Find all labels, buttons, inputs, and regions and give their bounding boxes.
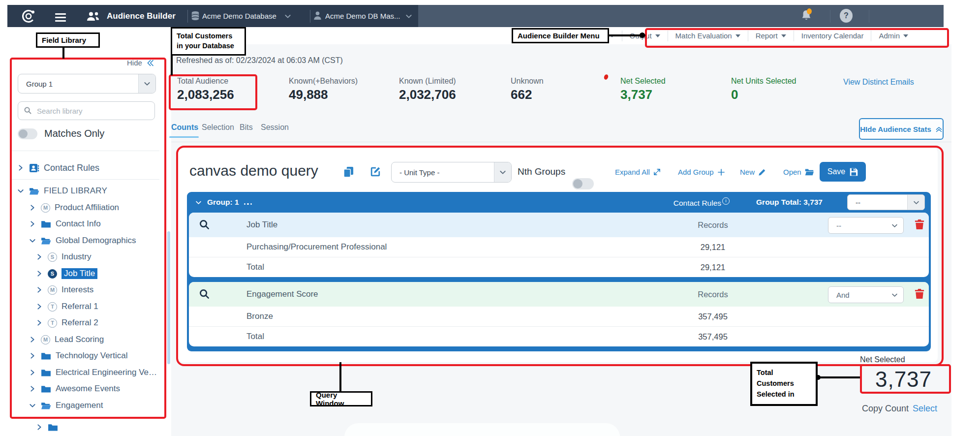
search-input[interactable]	[18, 101, 155, 120]
chevron-right-icon[interactable]	[17, 164, 25, 172]
chevron-right-icon[interactable]	[29, 220, 36, 228]
expand-all-button[interactable]: Expand All	[615, 168, 661, 176]
tab-session[interactable]: Session	[261, 123, 289, 132]
notifications-bell-icon[interactable]	[801, 9, 812, 21]
s-circle-icon: S	[48, 252, 57, 262]
new-button[interactable]: New	[740, 168, 766, 176]
select-link[interactable]: Select	[913, 404, 937, 414]
group-operator-select[interactable]: --	[847, 194, 925, 210]
folder-icon	[41, 369, 51, 377]
chevron-right-icon[interactable]	[29, 369, 36, 376]
chevron-right-icon[interactable]	[35, 286, 43, 294]
chevron-right-icon[interactable]	[29, 352, 36, 360]
chevron-right-icon[interactable]	[35, 303, 43, 311]
sidebar-item-technology-vertical[interactable]: Technology Vertical	[29, 349, 127, 363]
open-button[interactable]: Open	[783, 168, 814, 176]
field-value-row[interactable]: Bronze 357,495	[189, 307, 929, 326]
user-selector[interactable]: Acme Demo DB Mas...	[325, 12, 400, 20]
field-search-icon[interactable]	[199, 219, 210, 230]
top-navbar: Audience Builder Acme Demo Database Acme…	[7, 5, 944, 27]
chevron-right-icon[interactable]	[29, 385, 36, 393]
active-tab-underline	[169, 136, 199, 138]
hide-audience-stats-button[interactable]: HIde Audience Stats	[859, 118, 944, 140]
sidebar-group-select[interactable]: Group 1	[18, 74, 156, 93]
copy-icon[interactable]	[343, 166, 354, 178]
chevron-down-icon[interactable]	[405, 12, 413, 20]
tab-selection[interactable]: Selection	[202, 123, 234, 132]
group-options-icon[interactable]	[244, 198, 254, 207]
contact-rules-link[interactable]: Contact Rulesi	[674, 197, 730, 208]
annotation-query-window-label: Query Window	[310, 391, 372, 406]
field-operator-select[interactable]: --	[828, 217, 904, 234]
tab-bits[interactable]: Bits	[240, 123, 253, 132]
sidebar-item-contact-rules[interactable]: Contact Rules	[17, 161, 99, 175]
records-column-label: Records	[674, 220, 752, 230]
sidebar-item-job-title[interactable]: S Job Title	[35, 267, 97, 280]
sidebar-item-product-affiliation[interactable]: M Product Affiliation	[29, 201, 119, 215]
menu-report[interactable]: Report	[748, 31, 794, 41]
chevron-right-icon[interactable]	[29, 204, 36, 212]
sidebar-item-awesome-events[interactable]: Awesome Events	[29, 382, 120, 396]
chevron-right-icon[interactable]	[35, 270, 43, 278]
sidebar-item-engagement[interactable]: Engagement	[29, 399, 103, 412]
chevron-down-icon[interactable]	[29, 402, 36, 409]
sidebar-item-lead-scoring[interactable]: M Lead Scoring	[29, 333, 104, 346]
sidebar-item-referral-2[interactable]: T Referral 2	[35, 316, 98, 330]
add-group-button[interactable]: Add Group	[678, 168, 725, 176]
tabs-divider	[171, 142, 951, 142]
chevron-down-icon[interactable]	[284, 12, 292, 20]
sidebar-item-electrical-engineering[interactable]: Electrical Engineering Ve…	[29, 366, 157, 379]
edit-icon[interactable]	[370, 166, 381, 177]
view-distinct-emails-link[interactable]: View Distinct Emails	[843, 78, 914, 87]
save-button[interactable]: Save	[820, 162, 866, 182]
help-icon[interactable]: ?	[840, 9, 853, 23]
sidebar-scrollbar[interactable]	[167, 231, 170, 364]
tab-counts[interactable]: Counts	[171, 123, 198, 132]
sidebar-item-interests[interactable]: M Interests	[35, 283, 93, 297]
app-logo-icon[interactable]	[21, 8, 36, 24]
hide-sidebar-button[interactable]: Hide	[127, 59, 154, 67]
chevron-down-icon[interactable]	[17, 187, 25, 195]
t-circle-icon: T	[48, 302, 57, 311]
folder-open-icon	[41, 402, 51, 410]
database-selector[interactable]: Acme Demo Database	[202, 12, 276, 20]
nav-divider	[830, 10, 830, 23]
menu-match-evaluation[interactable]: Match Evaluation	[668, 31, 748, 41]
nth-groups-toggle[interactable]	[572, 178, 594, 189]
chevron-right-icon[interactable]	[29, 336, 36, 343]
chevron-right-icon[interactable]	[35, 253, 43, 261]
trash-icon[interactable]	[915, 288, 924, 299]
menu-admin[interactable]: Admin	[871, 31, 951, 41]
caret-down-icon	[655, 34, 660, 37]
sidebar-divider	[12, 179, 159, 180]
chevron-down-icon	[891, 291, 903, 299]
field-operator-select[interactable]: And	[828, 286, 904, 303]
menu-inventory-calendar[interactable]: Inventory Calendar	[794, 31, 871, 41]
chevron-right-icon[interactable]	[35, 319, 43, 327]
chevron-down-icon[interactable]	[29, 237, 36, 245]
annotation-connector-arrow	[640, 32, 645, 38]
s-circle-icon: S	[48, 269, 57, 279]
sidebar-item-contact-info[interactable]: Contact Info	[29, 217, 101, 231]
info-icon[interactable]: i	[722, 197, 730, 205]
sidebar-item-field-library[interactable]: FIELD LIBRARY	[17, 184, 107, 198]
sidebar-item-global-demographics[interactable]: Global Demographics	[29, 234, 136, 248]
trash-icon[interactable]	[915, 219, 924, 230]
annotation-total-customers-db-label: Total Customers in your Database	[171, 27, 246, 56]
sidebar-item-industry[interactable]: S Industry	[35, 250, 91, 264]
records-column-label: Records	[674, 290, 752, 299]
matches-only-label: Matches Only	[44, 128, 104, 139]
search-icon	[24, 106, 32, 115]
net-selected-value: 3,737	[860, 367, 947, 392]
matches-only-toggle[interactable]	[18, 128, 37, 139]
sidebar-item-partial	[35, 420, 58, 434]
nav-divider	[869, 10, 869, 23]
sidebar-item-referral-1[interactable]: T Referral 1	[35, 300, 98, 313]
field-name: Job Title	[246, 220, 277, 230]
chevron-down-icon[interactable]	[195, 199, 202, 206]
field-value-row[interactable]: Purchasing/Procurement Professional 29,1…	[189, 237, 929, 257]
unit-type-select[interactable]: - Unit Type -	[391, 162, 512, 183]
field-search-icon[interactable]	[199, 288, 210, 300]
hamburger-menu-icon[interactable]	[55, 11, 66, 24]
copy-count-label: Copy Count	[862, 404, 909, 414]
